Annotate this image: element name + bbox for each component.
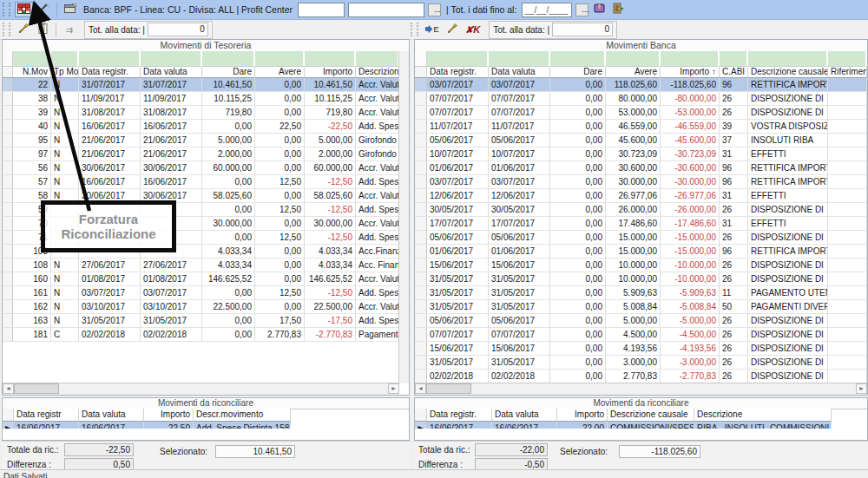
scroll-right-icon[interactable]: ► (388, 383, 399, 394)
transfer-button[interactable]: ⇉ (61, 22, 78, 37)
copy-movement-button[interactable] (34, 22, 51, 37)
table-row[interactable]: 160N01/08/201701/08/2017146.625,520,0014… (3, 272, 399, 286)
link-movements-button[interactable]: E (423, 22, 442, 37)
bank-selection-button[interactable] (62, 2, 79, 17)
filter-cell[interactable] (13, 51, 51, 67)
filter-cell[interactable] (550, 51, 606, 67)
table-row[interactable]: ▶16/06/201716/06/2017-22,00COMMISSIONI/S… (415, 422, 832, 429)
table-row[interactable]: 181C02/02/201802/02/20180,002.770,83-2.7… (3, 328, 399, 342)
table-row[interactable]: 710,0012,50-12,50Add. Spese Distin (3, 231, 399, 245)
exit-button[interactable] (610, 2, 628, 17)
table-row[interactable]: 162N03/10/201703/10/201722.500,000,0022.… (3, 300, 399, 314)
table-row[interactable]: 07/07/201707/07/20170,0080.000,00-80.000… (415, 92, 867, 106)
filter-cell[interactable] (141, 51, 202, 67)
cancel-reconciliation-button[interactable]: ✘K (463, 22, 483, 37)
table-row[interactable]: 12/06/201712/06/20170,0026.977,06-26.977… (415, 189, 867, 203)
table-row[interactable]: 03/07/201703/07/20170,0030.000,00-30.000… (415, 175, 867, 189)
column-header[interactable]: Avere (255, 67, 305, 78)
table-row[interactable]: 01/06/201701/06/20170,0015.000,00-15.000… (415, 245, 867, 259)
table-row[interactable]: 07/07/201707/07/20170,0053.000,00-53.000… (415, 106, 867, 120)
scroll-left-icon[interactable]: ◄ (415, 383, 426, 394)
filter-cell[interactable] (202, 51, 255, 67)
table-row[interactable]: 05/06/201705/06/20170,0045.600,00-45.600… (415, 134, 867, 147)
table-row[interactable]: 02/02/201802/02/20180,002.770,83-2.770,8… (415, 370, 867, 383)
toolbar-grip[interactable] (3, 3, 10, 16)
bank-horizontal-scrollbar[interactable]: ◄ ► (415, 383, 867, 395)
table-row[interactable]: 39N31/08/201731/08/2017719,800,00719,80A… (3, 106, 399, 120)
table-row[interactable]: 31/05/201731/05/20170,005.909,63-5.909,6… (415, 286, 867, 300)
column-header[interactable]: Data registr (14, 409, 79, 422)
profit-center-lookup-button[interactable]: ... (428, 3, 441, 16)
profit-center-description-input[interactable] (348, 3, 424, 17)
table-row[interactable]: 1034.033,340,004.033,34Acc.Finanz.Cod.X (3, 245, 399, 259)
table-row[interactable]: 31/05/201731/05/20170,003.000,00-3.000,0… (415, 356, 867, 370)
table-row[interactable]: 03/07/201703/07/20170,00118.025,60-118.0… (415, 78, 867, 92)
filter-cell[interactable] (606, 51, 661, 67)
edit-bank-button[interactable] (444, 22, 461, 37)
table-row[interactable]: 7030.000,000,0030.000,00Accr. Valuta Dis… (3, 217, 399, 231)
column-header[interactable]: Data registr. (79, 67, 141, 78)
column-header[interactable]: Data valuta (141, 67, 202, 78)
filter-cell[interactable] (828, 51, 867, 67)
column-header[interactable]: Dare (550, 67, 606, 78)
edit-line-button[interactable] (35, 2, 52, 17)
table-row[interactable]: 38N11/09/201711/09/201710.115,250,0010.1… (3, 92, 399, 106)
column-header[interactable]: Data valuta (492, 409, 557, 422)
column-header[interactable]: Descrizione movim (356, 67, 399, 78)
filter-cell[interactable] (79, 51, 141, 67)
table-row[interactable]: 30/05/201730/05/20170,0026.000,00-26.000… (415, 203, 867, 217)
scroll-thumb[interactable] (14, 383, 59, 394)
profit-center-input[interactable] (298, 3, 345, 17)
date-lookup-button[interactable]: ... (575, 3, 589, 16)
column-header[interactable]: Descrizione causale (608, 409, 694, 422)
table-row[interactable]: 07/07/201707/07/20170,004.500,00-4.500,0… (415, 328, 867, 342)
table-row[interactable]: 108N27/06/201727/06/20174.033,340,004.03… (3, 259, 399, 272)
table-row[interactable]: 57N16/06/201716/06/20170,0012,50-12,50Ad… (3, 175, 399, 189)
table-row[interactable]: 05/06/201705/06/20170,005.000,00-5.000,0… (415, 314, 867, 328)
treasury-vertical-scrollbar[interactable] (398, 51, 409, 383)
date-filter-input[interactable] (522, 3, 572, 17)
table-row[interactable]: 590,0012,50-12,50Add. Spese Distin (3, 203, 399, 217)
table-row[interactable]: 163N31/05/201731/05/20170,0017,50-17,50A… (3, 314, 399, 328)
filter-cell[interactable] (427, 51, 489, 67)
column-header[interactable]: Descrizione causale (748, 67, 828, 78)
table-row[interactable]: 58N30/06/201730/06/201758.025,600,0058.0… (3, 189, 399, 203)
table-row[interactable]: 01/06/201701/06/20170,0030.600,00-30.600… (415, 161, 867, 175)
help-button[interactable] (591, 2, 608, 17)
column-header[interactable]: Avere (606, 67, 661, 78)
edit-treasury-button[interactable] (15, 22, 32, 37)
scroll-left-icon[interactable]: ◄ (3, 383, 14, 394)
column-header[interactable]: Importo (144, 409, 194, 422)
table-row[interactable]: 22N31/07/201731/07/201710.461,500,0010.4… (3, 78, 399, 92)
column-header[interactable]: Importo (557, 409, 608, 422)
table-row[interactable]: 95N21/06/201721/06/20175.000,000,005.000… (3, 134, 399, 147)
filter-cell[interactable] (305, 51, 356, 67)
table-row[interactable]: 05/06/201705/06/20170,0015.000,00-15.000… (415, 231, 867, 245)
table-row[interactable]: 97N21/06/201721/06/20172.000,000,002.000… (3, 147, 399, 161)
column-header[interactable]: Descr.movimento (194, 409, 291, 422)
scroll-thumb[interactable] (426, 383, 471, 394)
table-row[interactable]: 31/05/201731/05/20170,0010.000,00-10.000… (415, 272, 867, 286)
filter-row[interactable] (3, 51, 399, 67)
column-header[interactable]: N.Mov (13, 67, 51, 78)
toolbar-grip-3[interactable] (411, 23, 418, 36)
table-row[interactable]: 40N16/06/201716/06/20170,0022,50-22,50Ad… (3, 120, 399, 134)
column-header[interactable]: Data valuta (489, 67, 550, 78)
table-row[interactable]: 10/07/201710/07/20170,0030.723,09-30.723… (415, 147, 867, 161)
table-row[interactable]: 11/07/201711/07/20170,0046.559,00-46.559… (415, 120, 867, 134)
table-row[interactable]: 161N03/07/201703/07/20170,0012,50-12,50A… (3, 286, 399, 300)
table-row[interactable]: 15/06/201715/06/20170,0010.000,00-10.000… (415, 259, 867, 272)
filter-cell[interactable] (356, 51, 399, 67)
column-header[interactable]: Data registr. (427, 409, 492, 422)
filter-cell[interactable] (661, 51, 720, 67)
scroll-right-icon[interactable]: ► (856, 383, 867, 394)
table-row[interactable]: 15/06/201715/06/20170,004.193,56-4.193,5… (415, 342, 867, 356)
column-header[interactable]: Dare (202, 67, 255, 78)
toolbar-grip-2[interactable] (3, 23, 10, 36)
column-header[interactable]: Data valuta (79, 409, 144, 422)
table-row[interactable]: ▶16/06/201716/06/2017-22,50Add. Spese Di… (3, 422, 291, 429)
filter-cell[interactable] (255, 51, 305, 67)
filter-cell[interactable] (748, 51, 828, 67)
table-row[interactable]: 56N30/06/201730/06/201760.000,000,0060.0… (3, 161, 399, 175)
filter-cell[interactable] (51, 51, 79, 67)
